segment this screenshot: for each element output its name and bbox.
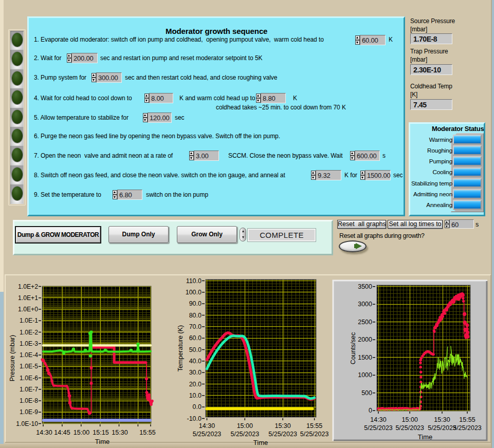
svg-text:0.0: 0.0 bbox=[193, 403, 202, 410]
svg-text:1500: 1500 bbox=[358, 354, 372, 361]
svg-text:2500: 2500 bbox=[358, 319, 372, 326]
svg-text:Pressure (mbar): Pressure (mbar) bbox=[9, 335, 16, 381]
svg-text:Time: Time bbox=[95, 438, 109, 445]
svg-text:Counts/sec: Counts/sec bbox=[350, 332, 357, 365]
svg-text:5/25/2023: 5/25/2023 bbox=[230, 431, 259, 438]
svg-text:1.0E-6: 1.0E-6 bbox=[20, 375, 38, 382]
svg-text:-10.0: -10.0 bbox=[187, 415, 202, 422]
svg-text:110.0: 110.0 bbox=[186, 277, 202, 285]
svg-text:90.0: 90.0 bbox=[189, 300, 202, 307]
svg-text:1.0E-8: 1.0E-8 bbox=[20, 397, 38, 404]
svg-text:15:00: 15:00 bbox=[74, 429, 89, 436]
svg-text:1.0E+1: 1.0E+1 bbox=[18, 294, 38, 302]
svg-text:15:55: 15:55 bbox=[306, 422, 322, 430]
svg-text:1.0E-5: 1.0E-5 bbox=[20, 363, 38, 370]
svg-text:60.0: 60.0 bbox=[189, 334, 202, 342]
svg-text:1.0E-1: 1.0E-1 bbox=[20, 317, 38, 324]
svg-text:1.0E-9: 1.0E-9 bbox=[20, 408, 38, 416]
svg-text:Temperature (K): Temperature (K) bbox=[177, 325, 184, 371]
svg-text:14:45: 14:45 bbox=[54, 429, 70, 436]
svg-text:15:30: 15:30 bbox=[434, 416, 450, 423]
svg-text:5/25/2023: 5/25/2023 bbox=[453, 424, 482, 432]
svg-text:15:55: 15:55 bbox=[139, 429, 155, 436]
svg-text:1000: 1000 bbox=[358, 371, 372, 379]
svg-text:1.0E-3: 1.0E-3 bbox=[20, 340, 38, 347]
svg-text:15:15: 15:15 bbox=[93, 429, 108, 436]
svg-text:40.0: 40.0 bbox=[189, 358, 202, 365]
svg-text:15:30: 15:30 bbox=[112, 429, 127, 436]
svg-text:5/25/2023: 5/25/2023 bbox=[428, 424, 456, 432]
svg-text:3000: 3000 bbox=[358, 301, 372, 308]
svg-text:1.0E-2: 1.0E-2 bbox=[20, 329, 38, 336]
svg-text:50.0: 50.0 bbox=[189, 346, 202, 353]
svg-text:500: 500 bbox=[361, 389, 372, 397]
svg-text:5/25/2023: 5/25/2023 bbox=[268, 431, 297, 438]
svg-text:70.0: 70.0 bbox=[189, 323, 202, 330]
svg-text:15:30: 15:30 bbox=[275, 422, 290, 430]
svg-text:15:00: 15:00 bbox=[402, 416, 418, 423]
svg-text:1.0E-7: 1.0E-7 bbox=[20, 386, 38, 393]
svg-text:5/25/2023: 5/25/2023 bbox=[395, 424, 424, 432]
svg-text:1.0E-4: 1.0E-4 bbox=[20, 351, 38, 359]
svg-text:80.0: 80.0 bbox=[189, 312, 202, 319]
svg-text:20.0: 20.0 bbox=[189, 381, 202, 388]
svg-text:15:55: 15:55 bbox=[459, 416, 475, 423]
svg-text:Time: Time bbox=[418, 433, 432, 441]
svg-text:5/25/2023: 5/25/2023 bbox=[364, 424, 393, 432]
svg-text:5/25/2023: 5/25/2023 bbox=[300, 431, 329, 438]
svg-text:14:30: 14:30 bbox=[370, 416, 386, 423]
svg-text:14:30: 14:30 bbox=[199, 422, 215, 430]
svg-text:Time: Time bbox=[253, 439, 268, 446]
svg-text:1.0E+0: 1.0E+0 bbox=[18, 306, 38, 313]
svg-text:15:00: 15:00 bbox=[237, 422, 253, 430]
svg-text:3500: 3500 bbox=[358, 283, 372, 290]
svg-text:1.0E+2: 1.0E+2 bbox=[18, 283, 38, 290]
svg-text:30.0: 30.0 bbox=[189, 369, 202, 376]
svg-text:1.0E-10: 1.0E-10 bbox=[16, 420, 38, 427]
svg-text:2000: 2000 bbox=[358, 336, 372, 343]
svg-text:5/25/2023: 5/25/2023 bbox=[193, 431, 222, 438]
svg-text:10.0: 10.0 bbox=[189, 392, 202, 399]
svg-text:0: 0 bbox=[369, 407, 372, 414]
svg-text:100.0: 100.0 bbox=[186, 289, 202, 296]
svg-text:14:30: 14:30 bbox=[36, 429, 52, 436]
